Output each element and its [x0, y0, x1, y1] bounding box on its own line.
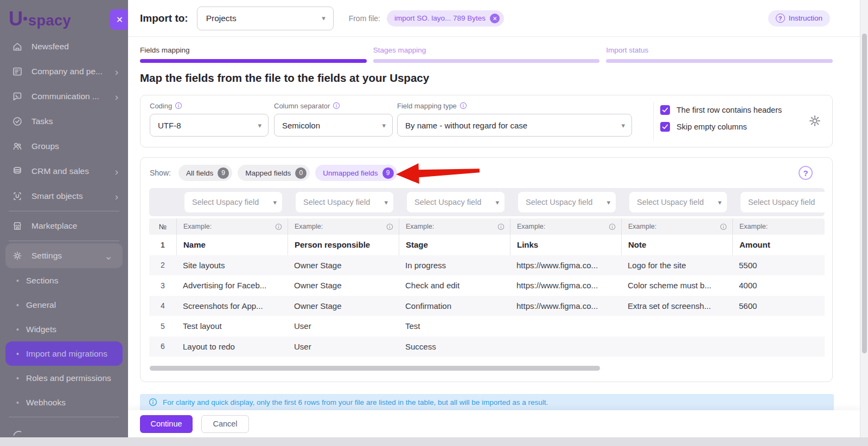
vertical-scrollbar: [860, 0, 868, 437]
info-icon[interactable]: [275, 223, 282, 230]
remove-file-icon[interactable]: ✕: [490, 14, 500, 23]
fields-mapping-card: Show: All fields 9 Mapped fields 0 Unmap…: [140, 157, 833, 382]
info-icon[interactable]: [333, 102, 340, 109]
uspacy-field-select-stage[interactable]: Select Uspacy field▾: [407, 192, 505, 212]
red-arrow-annotation: [394, 159, 481, 186]
file-chip[interactable]: import SO. layo... 789 Bytes ✕: [387, 10, 504, 27]
info-icon[interactable]: [386, 223, 393, 230]
sidebar-item-newsfeed[interactable]: Newsfeed: [0, 34, 128, 59]
sidebar-item-marketplace[interactable]: Marketplace: [0, 214, 128, 238]
continue-button[interactable]: Continue: [140, 415, 193, 433]
close-sidebar-button[interactable]: ✕: [110, 9, 128, 30]
step-import-status[interactable]: Import status: [606, 46, 833, 63]
sidebar-item-communication[interactable]: Communication ... ›: [0, 84, 128, 109]
sidebar-nav: Newsfeed Company and pe... › Communicati…: [0, 34, 128, 437]
banner-text: For clarity and quick display, only the …: [163, 398, 548, 406]
sidebar-item-import-and-migrations[interactable]: • Import and migrations: [5, 341, 123, 366]
cancel-button[interactable]: Cancel: [201, 415, 249, 433]
chevron-right-icon: ›: [115, 67, 118, 77]
info-icon: [149, 398, 157, 406]
sidebar-item-widgets[interactable]: • Widgets: [0, 317, 128, 341]
chevron-down-icon: ▾: [621, 121, 625, 130]
sidebar-item-general[interactable]: • General: [0, 293, 128, 317]
table-row: 4 Screenshots for App... Owner Stage Con…: [149, 296, 825, 316]
column-separator-label: Column separator: [274, 101, 393, 111]
import-panel: Import to: Projects ▾ From file: import …: [128, 0, 860, 437]
sidebar-item-company-and-people[interactable]: Company and pe... ›: [0, 59, 128, 84]
sidebar-item-groups[interactable]: Groups: [0, 134, 128, 159]
filter-unmapped-fields[interactable]: Unmapped fields 9: [315, 165, 397, 181]
bullet-icon: •: [16, 350, 26, 358]
step-stages-mapping[interactable]: Stages mapping: [373, 46, 600, 63]
sidebar-item-partial[interactable]: [0, 419, 128, 437]
bullet-icon: •: [16, 398, 26, 407]
info-icon[interactable]: [720, 223, 727, 230]
check-circle-icon: [12, 116, 24, 127]
info-banner: For clarity and quick display, only the …: [140, 394, 834, 410]
chevron-down-icon: ▾: [718, 198, 722, 206]
sidebar-item-settings[interactable]: Settings ⌄: [5, 243, 123, 268]
step-progress-bar: [140, 59, 367, 63]
wizard-steps: Fields mapping Stages mapping Import sta…: [140, 46, 833, 63]
info-icon[interactable]: [175, 102, 182, 109]
uspacy-logo[interactable]: U spacy: [9, 8, 71, 30]
import-to-label: Import to:: [140, 12, 188, 24]
chevron-down-icon: ▾: [258, 121, 261, 130]
people-icon: [12, 141, 24, 152]
footer-actions: Continue Cancel: [128, 410, 860, 437]
database-icon: [12, 166, 24, 177]
info-icon[interactable]: [609, 223, 616, 230]
table-row: 5 Test layout User Test: [149, 316, 825, 337]
field-mapping-type-select[interactable]: By name - without regard for case ▾: [397, 114, 632, 137]
bullet-icon: •: [16, 301, 26, 309]
uspacy-field-select-note[interactable]: Select Uspacy field▾: [629, 192, 727, 212]
close-icon: ✕: [116, 15, 123, 25]
column-separator-select[interactable]: Semicolon ▾: [274, 114, 393, 137]
filter-mapped-fields[interactable]: Mapped fields 0: [238, 165, 310, 181]
sidebar-item-crm-and-sales[interactable]: CRM and sales ›: [0, 159, 128, 184]
chevron-right-icon: ›: [115, 191, 118, 202]
sidebar-item-smart-objects[interactable]: Smart objects ›: [0, 184, 128, 209]
chevron-down-icon: ▾: [322, 14, 326, 22]
id-card-icon: [12, 66, 24, 77]
field-mapping-type-label: Field mapping type: [397, 101, 632, 111]
chevron-down-icon: ▾: [273, 198, 277, 206]
info-icon[interactable]: [459, 102, 467, 109]
horizontal-scrollbar[interactable]: [150, 366, 600, 371]
sidebar-item-tasks[interactable]: Tasks: [0, 109, 128, 134]
checkbox-skip-empty-columns[interactable]: Skip empty columns: [660, 122, 782, 132]
info-icon[interactable]: [497, 223, 505, 230]
uspacy-field-select-row: Select Uspacy field▾ Select Uspacy field…: [149, 188, 825, 216]
advanced-settings-button[interactable]: [807, 113, 823, 130]
gear-icon: [12, 250, 24, 261]
vertical-scrollbar-thumb[interactable]: [862, 34, 867, 353]
checkbox-first-row-headers[interactable]: The first row contains headers: [660, 105, 782, 115]
sidebar-item-webhooks[interactable]: • Webhooks: [0, 390, 128, 415]
chevron-down-icon: ▾: [495, 198, 499, 206]
sidebar-item-roles-and-permissions[interactable]: • Roles and permissions: [0, 366, 128, 390]
home-icon: [12, 41, 24, 52]
filter-all-fields[interactable]: All fields 9: [178, 165, 232, 181]
table-row: 3 Advertising for Faceb... Owner Stage C…: [149, 275, 825, 296]
partial-icon: [12, 426, 24, 437]
nav-divider: [9, 241, 119, 241]
step-fields-mapping[interactable]: Fields mapping: [140, 46, 367, 63]
number-column-header: №: [149, 218, 176, 235]
nav-divider: [9, 417, 119, 417]
help-icon[interactable]: ?: [799, 166, 813, 180]
count-badge: 9: [218, 167, 229, 179]
from-file-label: From file:: [349, 14, 380, 23]
instruction-button[interactable]: ? Instruction: [768, 10, 830, 27]
uspacy-field-select-amount[interactable]: Select Uspacy field: [741, 192, 825, 212]
count-badge: 0: [295, 167, 307, 179]
coding-select[interactable]: UTF-8 ▾: [150, 114, 269, 137]
example-row: № Example: Example: Example: Example: Ex…: [149, 218, 825, 235]
chevron-right-icon: ›: [115, 166, 118, 177]
uspacy-field-select-person[interactable]: Select Uspacy field▾: [296, 192, 393, 212]
import-to-select[interactable]: Projects ▾: [197, 7, 334, 30]
uspacy-field-select-links[interactable]: Select Uspacy field▾: [518, 192, 616, 212]
page-bottom-strip: [0, 437, 868, 446]
step-progress-bar: [373, 59, 600, 63]
sidebar-item-sections[interactable]: • Sections: [0, 268, 128, 293]
uspacy-field-select-name[interactable]: Select Uspacy field▾: [184, 192, 282, 212]
